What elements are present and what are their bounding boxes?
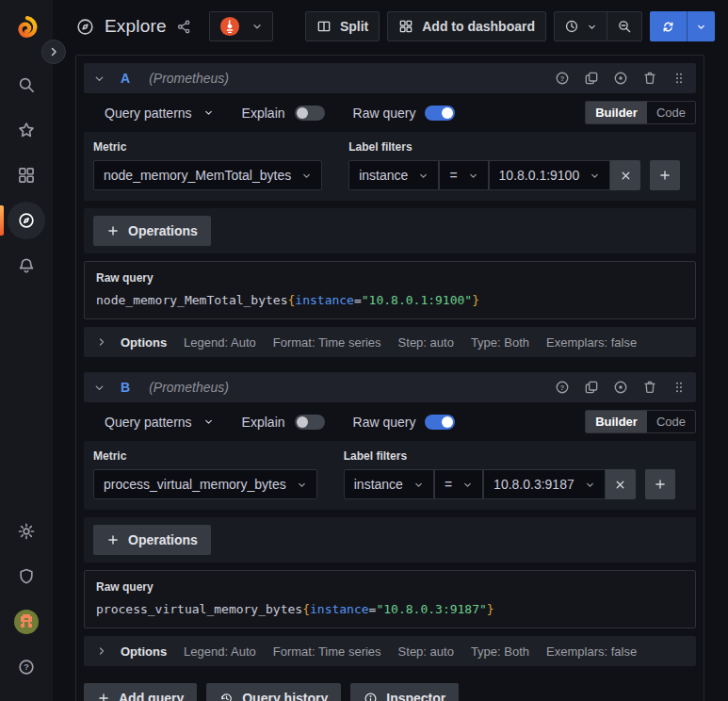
remove-filter-button[interactable] xyxy=(606,469,636,499)
run-query-interval-dropdown[interactable] xyxy=(687,11,715,41)
datasource-picker[interactable] xyxy=(209,11,273,41)
metric-label: Metric xyxy=(93,140,322,154)
toggle-visibility-button[interactable] xyxy=(613,380,628,395)
operations-section: Operations xyxy=(84,517,696,562)
filter-operator-select[interactable]: = xyxy=(439,160,488,190)
clock-icon xyxy=(564,19,579,34)
query-help-button[interactable]: ? xyxy=(555,380,570,395)
remove-filter-button[interactable] xyxy=(610,160,640,190)
duplicate-query-button[interactable] xyxy=(584,71,599,86)
split-label: Split xyxy=(340,19,368,34)
raw-query-preview: Raw query process_virtual_memory_bytes{i… xyxy=(84,570,696,628)
history-icon xyxy=(219,692,234,701)
drag-handle[interactable] xyxy=(671,380,687,395)
compass-icon xyxy=(17,211,36,230)
filter-key-select[interactable]: instance xyxy=(348,160,439,190)
svg-text:?: ? xyxy=(560,383,565,392)
operations-label: Operations xyxy=(128,532,198,547)
options-type: Type: Both xyxy=(471,644,529,659)
sidebar-item-starred[interactable] xyxy=(8,111,45,149)
options-label: Options xyxy=(121,644,167,659)
run-query-button[interactable] xyxy=(650,11,687,41)
query-row-header[interactable]: B (Prometheus) ? xyxy=(84,372,696,402)
bell-icon xyxy=(17,256,36,275)
query-patterns-dropdown[interactable]: Query patterns xyxy=(105,415,214,430)
plus-icon xyxy=(654,478,667,491)
sidebar-expand-button[interactable] xyxy=(41,40,66,64)
chevron-down-icon xyxy=(462,480,473,490)
raw-query-toggle[interactable] xyxy=(425,415,455,430)
drag-handle[interactable] xyxy=(671,71,687,86)
page-title: Explore xyxy=(105,16,167,37)
inspector-button[interactable]: Inspector xyxy=(350,683,459,701)
chevron-right-icon xyxy=(96,336,107,348)
sidebar-item-alerting[interactable] xyxy=(8,247,45,285)
split-button[interactable]: Split xyxy=(305,11,380,41)
sidebar-item-server-admin[interactable] xyxy=(8,558,45,595)
sidebar-item-dashboards[interactable] xyxy=(8,156,45,194)
metric-label: Metric xyxy=(93,449,317,463)
dashboards-grid-icon xyxy=(17,166,36,185)
builder-mode-button[interactable]: Builder xyxy=(586,411,647,432)
filter-value-select[interactable]: 10.8.0.1:9100 xyxy=(489,160,611,190)
sidebar-item-search[interactable] xyxy=(8,66,45,104)
share-shortened-link-button[interactable] xyxy=(176,19,192,35)
search-icon xyxy=(17,75,36,94)
add-filter-button[interactable] xyxy=(645,469,675,499)
chevron-down-icon xyxy=(585,480,595,490)
sidebar-item-explore[interactable] xyxy=(8,202,45,239)
eye-icon xyxy=(613,71,628,86)
toggle-visibility-button[interactable] xyxy=(613,71,628,86)
sidebar-item-configuration[interactable] xyxy=(8,513,45,550)
explore-footer-actions: Add query Query history Inspector xyxy=(84,681,696,701)
query-datasource-label: (Prometheus) xyxy=(149,380,229,395)
metric-select[interactable]: node_memory_MemTotal_bytes xyxy=(93,160,322,190)
add-operation-button[interactable]: Operations xyxy=(93,525,211,555)
query-history-button[interactable]: Query history xyxy=(206,683,341,701)
remove-query-button[interactable] xyxy=(642,380,657,395)
explain-label: Explain xyxy=(242,415,285,430)
query-options-row[interactable]: Options Legend: Auto Format: Time series… xyxy=(84,327,696,357)
sidebar-item-help[interactable]: ? xyxy=(8,648,45,686)
add-query-button[interactable]: Add query xyxy=(84,683,197,701)
chevron-down-icon xyxy=(587,22,597,32)
filter-operator-select[interactable]: = xyxy=(434,469,483,499)
grafana-logo[interactable] xyxy=(8,9,45,47)
raw-query-expression: process_virtual_memory_bytes{instance="1… xyxy=(96,602,684,616)
chevron-down-icon xyxy=(468,171,478,181)
query-row-actions: ? xyxy=(555,71,687,86)
options-step: Step: auto xyxy=(398,335,454,350)
time-range-button[interactable] xyxy=(555,12,607,41)
main-area: Explore Split xyxy=(53,0,728,701)
add-to-dashboard-button[interactable]: Add to dashboard xyxy=(387,11,546,41)
add-filter-button[interactable] xyxy=(650,160,680,190)
filter-value-select[interactable]: 10.8.0.3:9187 xyxy=(483,469,606,499)
duplicate-query-button[interactable] xyxy=(584,380,599,395)
zoom-out-time-button[interactable] xyxy=(607,12,641,41)
metric-select[interactable]: process_virtual_memory_bytes xyxy=(93,469,317,499)
filter-key-select[interactable]: instance xyxy=(344,469,434,499)
add-operation-button[interactable]: Operations xyxy=(93,216,211,246)
code-mode-button[interactable]: Code xyxy=(647,411,695,432)
explain-toggle[interactable] xyxy=(295,415,325,430)
copy-icon xyxy=(584,380,599,395)
explore-content: A (Prometheus) ? Quer xyxy=(53,53,728,701)
gear-icon xyxy=(17,522,36,541)
add-query-label: Add query xyxy=(119,691,184,701)
info-circle-icon xyxy=(364,692,378,701)
chevron-right-icon xyxy=(96,645,107,657)
remove-query-button[interactable] xyxy=(642,71,657,86)
code-mode-button[interactable]: Code xyxy=(647,102,695,123)
query-row-header[interactable]: A (Prometheus) ? xyxy=(84,63,696,93)
time-picker xyxy=(554,11,642,41)
chevron-down-icon xyxy=(203,416,214,427)
collapse-chevron-icon xyxy=(93,73,105,85)
builder-mode-button[interactable]: Builder xyxy=(586,102,647,123)
query-options-row[interactable]: Options Legend: Auto Format: Time series… xyxy=(84,636,696,666)
query-patterns-dropdown[interactable]: Query patterns xyxy=(105,106,214,121)
query-ref-id: A xyxy=(121,71,130,86)
query-help-button[interactable]: ? xyxy=(555,71,570,86)
explain-toggle[interactable] xyxy=(295,106,325,121)
sidebar-item-profile[interactable] xyxy=(8,603,45,641)
raw-query-toggle[interactable] xyxy=(425,106,455,121)
